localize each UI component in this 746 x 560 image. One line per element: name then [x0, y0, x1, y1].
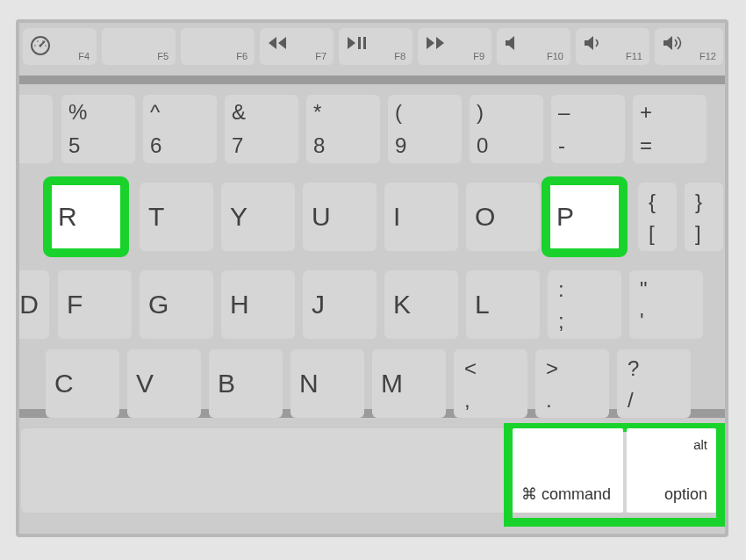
key-f8[interactable]: F8	[339, 28, 412, 65]
svg-rect-8	[363, 37, 366, 49]
key-label: Y	[230, 202, 247, 232]
key-bottom: 6	[150, 133, 161, 158]
fn-label: F5	[157, 51, 169, 61]
key-r[interactable]: R	[49, 183, 123, 251]
key-label: B	[218, 369, 235, 398]
alt-label: alt	[693, 437, 707, 452]
fn-label: F6	[236, 51, 247, 61]
key-c[interactable]: C	[46, 349, 119, 418]
key-o[interactable]: O	[466, 183, 540, 251]
key-u[interactable]: U	[303, 183, 377, 251]
option-label: option	[664, 485, 707, 504]
key-f9[interactable]: F9	[418, 28, 491, 65]
fn-label: F10	[547, 51, 563, 61]
fast-forward-icon	[425, 35, 446, 51]
key-command[interactable]: ⌘ command	[513, 428, 623, 513]
key-top: %	[68, 100, 87, 125]
key-f11[interactable]: F11	[576, 28, 649, 65]
key-h[interactable]: H	[221, 270, 295, 339]
cmd-glyph: ⌘	[521, 485, 537, 503]
key-bottom: '	[640, 309, 644, 334]
key-5[interactable]: %5	[61, 95, 135, 163]
key-f4[interactable]: F4	[23, 28, 97, 65]
key-label: I	[393, 202, 400, 232]
key-top: +	[640, 100, 652, 125]
key-top: &	[232, 100, 246, 125]
key-k[interactable]: K	[384, 270, 458, 339]
key-0[interactable]: )0	[470, 95, 543, 163]
key-bottom: /	[628, 388, 634, 413]
key-bottom: .	[546, 388, 552, 413]
key-p[interactable]: P	[548, 183, 621, 251]
key-j[interactable]: J	[303, 270, 377, 339]
fn-label: F11	[626, 51, 642, 61]
key-4[interactable]: $4	[16, 95, 53, 163]
key-equals[interactable]: +=	[633, 95, 707, 163]
fn-label: F4	[78, 51, 90, 61]
key-bottom: 7	[232, 133, 243, 158]
key-6[interactable]: ^6	[143, 95, 217, 163]
fn-label: F8	[394, 51, 405, 61]
key-i[interactable]: I	[384, 183, 458, 251]
play-pause-icon	[346, 35, 369, 51]
key-comma[interactable]: <,	[454, 349, 527, 418]
key-y[interactable]: Y	[221, 183, 295, 251]
key-bottom: 0	[477, 133, 488, 158]
key-v[interactable]: V	[127, 349, 201, 418]
key-label: H	[230, 290, 249, 319]
key-top: –	[558, 100, 570, 125]
key-label: T	[148, 202, 164, 232]
key-top: "	[640, 277, 648, 302]
key-label: U	[312, 202, 331, 232]
mute-icon	[504, 35, 521, 51]
key-quote[interactable]: "'	[629, 270, 703, 339]
key-f7[interactable]: F7	[260, 28, 334, 65]
key-7[interactable]: &7	[225, 95, 298, 163]
dashboard-icon	[30, 35, 51, 56]
key-m[interactable]: M	[372, 349, 446, 418]
key-b[interactable]: B	[209, 349, 283, 418]
key-bottom: ,	[464, 388, 470, 413]
key-bottom: 8	[313, 133, 325, 158]
key-9[interactable]: (9	[388, 95, 462, 163]
key-t[interactable]: T	[140, 183, 213, 251]
key-label: F	[67, 290, 82, 319]
key-l[interactable]: L	[466, 270, 540, 339]
key-f12[interactable]: F12	[655, 28, 723, 65]
key-minus[interactable]: –-	[551, 95, 625, 163]
key-bottom: ;	[558, 309, 564, 334]
key-top: ?	[628, 356, 639, 381]
key-label: C	[54, 369, 74, 398]
key-g[interactable]: G	[140, 270, 213, 339]
command-icon: ⌘ command	[521, 485, 611, 504]
svg-point-3	[34, 45, 36, 47]
cmd-label: command	[542, 485, 611, 503]
rewind-icon	[267, 35, 288, 51]
key-period[interactable]: >.	[535, 349, 609, 418]
svg-point-2	[39, 45, 42, 47]
row-gap	[19, 75, 725, 84]
key-f5[interactable]: F5	[102, 28, 176, 65]
key-top: *	[313, 100, 321, 125]
key-label: K	[393, 290, 411, 319]
key-bottom: ]	[695, 221, 701, 246]
key-bracket-right[interactable]: }]	[685, 183, 723, 251]
volume-up-icon	[662, 35, 686, 51]
key-d[interactable]: D	[16, 270, 49, 339]
key-option[interactable]: alt option	[627, 428, 716, 513]
key-f6[interactable]: F6	[181, 28, 255, 65]
key-f10[interactable]: F10	[497, 28, 570, 65]
key-top: }	[695, 190, 702, 214]
key-label: O	[475, 202, 495, 232]
key-bracket-left[interactable]: {[	[638, 183, 677, 251]
keyboard-illustration: F4 F5 F6 F7 F8 F9 F10 F11 F12 $4 %5 ^6 &…	[0, 0, 746, 560]
key-8[interactable]: *8	[306, 95, 380, 163]
volume-down-icon	[583, 35, 604, 51]
fn-label: F7	[315, 51, 326, 61]
key-slash[interactable]: ?/	[617, 349, 691, 418]
key-n[interactable]: N	[291, 349, 364, 418]
key-f[interactable]: F	[58, 270, 132, 339]
fn-label: F9	[473, 51, 484, 61]
key-top: )	[477, 100, 484, 125]
key-semicolon[interactable]: :;	[548, 270, 621, 339]
